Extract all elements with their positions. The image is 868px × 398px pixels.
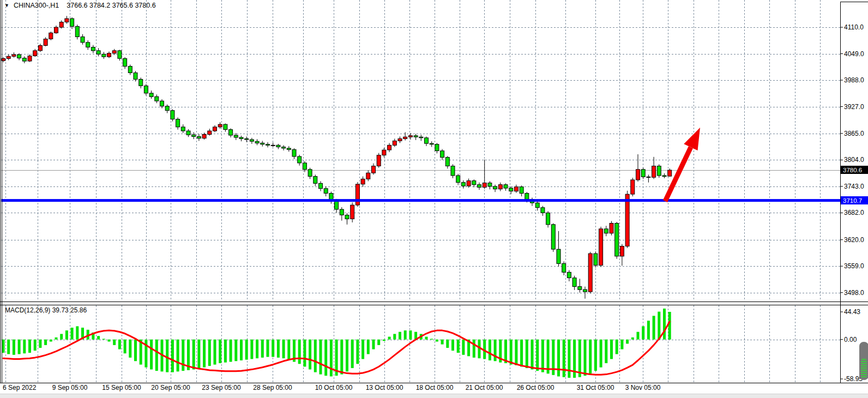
time-axis-label: 18 Oct 05:00 <box>416 384 454 391</box>
time-axis-label: 31 Oct 05:00 <box>577 384 614 391</box>
symbol-timeframe-label: CHINA300-,H1 <box>14 2 59 9</box>
time-axis-label: 9 Sep 05:00 <box>52 384 88 391</box>
price-axis-label: 4110.0 <box>844 23 864 31</box>
chart-window: 4110.04049.03988.03927.03865.03804.03743… <box>0 0 868 398</box>
price-axis-label: 3927.0 <box>844 103 864 111</box>
scrollbar-thumb-stripes <box>861 359 867 378</box>
macd-axis-label: 44.43 <box>844 308 860 316</box>
panel-borders <box>0 0 868 383</box>
window-bottom-strip <box>0 394 868 398</box>
price-axis-label: 3988.0 <box>844 76 864 84</box>
time-axis-label: 15 Sep 05:00 <box>102 384 141 391</box>
chart-title: ▼ CHINA300-,H1 3766.6 3784.2 3765.6 3780… <box>4 2 156 9</box>
price-axis-label: 3682.0 <box>844 209 864 216</box>
time-axis-label: 3 Nov 05:00 <box>625 384 661 391</box>
price-axis-label: 3865.0 <box>844 130 864 137</box>
time-axis-label: 28 Sep 05:00 <box>253 384 292 391</box>
scrollbar-thumb[interactable] <box>859 342 868 380</box>
time-axis-label: 21 Oct 05:00 <box>466 384 503 391</box>
time-axis-label: 20 Sep 05:00 <box>151 384 190 391</box>
time-axis[interactable]: 6 Sep 20229 Sep 05:0015 Sep 05:0020 Sep … <box>3 384 661 391</box>
ohlc-quote-label: 3766.6 3784.2 3765.6 3780.6 <box>67 2 155 9</box>
time-axis-label: 13 Oct 05:00 <box>366 384 403 391</box>
price-axis-label: 4049.0 <box>844 50 864 58</box>
time-axis-label: 6 Sep 2022 <box>3 384 37 391</box>
price-axis[interactable]: 4110.04049.03988.03927.03865.03804.03743… <box>840 23 864 297</box>
grid-horizontal-lines <box>1 28 840 340</box>
grid-vertical-lines <box>6 0 821 383</box>
time-axis-label: 10 Oct 05:00 <box>315 384 353 391</box>
trend-arrow[interactable] <box>665 128 700 201</box>
price-axis-label: 3498.0 <box>844 289 864 297</box>
macd-histogram-group <box>2 309 671 378</box>
time-axis-label: 23 Sep 05:00 <box>202 384 241 391</box>
macd-indicator-label: MACD(12,26,9) 39.73 25.86 <box>5 306 87 314</box>
macd-axis-label: 0.00 <box>844 336 857 343</box>
price-axis-label: 3804.0 <box>844 156 864 164</box>
price-axis-label: 3620.0 <box>844 236 864 244</box>
chart-canvas[interactable]: 4110.04049.03988.03927.03865.03804.03743… <box>0 0 868 398</box>
current-price-badge: 3780.6 <box>841 166 868 174</box>
symbol-dropdown-icon[interactable]: ▼ <box>4 3 9 8</box>
time-axis-label: 26 Oct 05:00 <box>517 384 554 391</box>
price-axis-label: 3559.0 <box>844 262 864 270</box>
price-axis-label: 3743.0 <box>844 183 864 190</box>
horizontal-support-line[interactable] <box>1 199 840 202</box>
hline-price-badge: 3710.7 <box>841 196 868 204</box>
candles-group <box>2 16 672 299</box>
